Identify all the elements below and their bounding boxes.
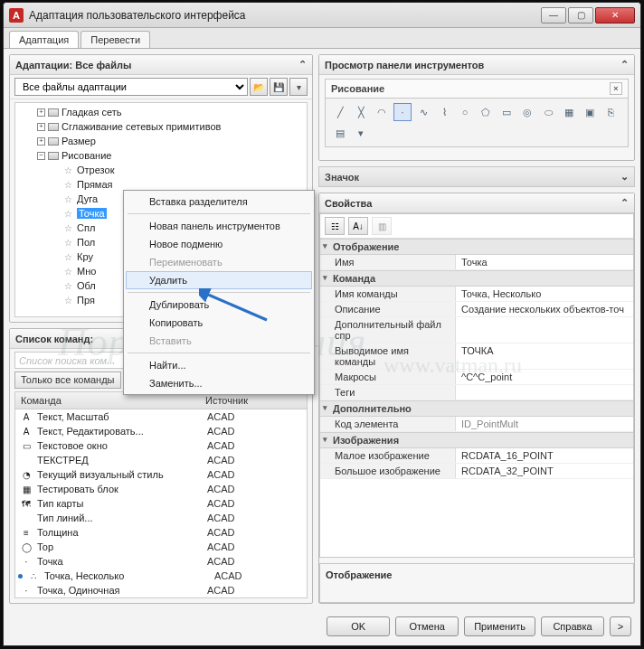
tool-rect-icon[interactable]: ▭ [497,103,516,121]
cmd-name[interactable]: Точка [37,556,204,567]
collapse-icon[interactable]: ⌃ [298,59,307,71]
ctx-new-toolbar[interactable]: Новая панель инструментов [126,217,312,235]
ctx-copy[interactable]: Копировать [126,314,312,332]
cmd-name[interactable]: ТЕКСТРЕД [37,455,204,466]
cancel-button[interactable]: Отмена [395,616,459,636]
tree-leaf[interactable]: Спл [77,222,95,233]
tool-circle-icon[interactable]: ○ [456,103,474,121]
tree-leaf[interactable]: Пол [77,237,95,248]
prop-val[interactable]: ^C^C_point [456,370,633,384]
cmd-name[interactable]: Тип карты [37,498,204,509]
cmd-name[interactable]: Точка, Одиночная [37,585,204,596]
toolbar-icon [48,137,59,146]
ctx-duplicate[interactable]: Дублировать [126,296,312,314]
prop-key: Код элемента [320,417,456,431]
tree-leaf[interactable]: Дуга [77,193,98,204]
tool-insert-icon[interactable]: ⎘ [601,103,620,121]
prop-val[interactable]: RCDATA_16_POINT [456,448,633,463]
help-button[interactable]: Справка [541,616,604,636]
prop-val[interactable] [456,317,633,343]
tool-pline-icon[interactable]: ⌇ [435,103,453,121]
cmd-src: ACAD [204,455,307,466]
tool-arc-icon[interactable]: ◠ [373,103,391,121]
tool-spline-icon[interactable]: ∿ [414,103,432,121]
cmd-name[interactable]: Тип линий... [37,513,204,523]
star-icon [62,237,74,249]
preview-close-icon[interactable]: × [610,82,622,95]
tree-leaf[interactable]: Кру [77,251,93,262]
tool-ellipse-icon[interactable]: ◎ [518,103,536,121]
cmd-name[interactable]: Текстовое окно [37,440,204,451]
tree-node[interactable]: Сглаживание сетевых примитивов [62,121,221,132]
tab-adapt[interactable]: Адаптация [9,31,79,48]
tool-region-icon[interactable]: ⬭ [539,103,557,121]
tool-more-icon[interactable]: ▾ [352,124,370,142]
maximize-button[interactable]: ▢ [568,7,593,24]
save-button[interactable]: 💾 [270,78,288,96]
collapse-icon[interactable]: ⌃ [620,197,629,209]
collapse-icon[interactable]: ⌃ [620,59,629,71]
prop-key: Малое изображение [320,448,456,463]
cmd-name[interactable]: Текст, Масштаб [37,411,204,422]
tree-node[interactable]: Размер [62,136,96,146]
expand-icon[interactable]: + [37,123,45,131]
prop-val[interactable]: Создание нескольких объектов-точ [456,302,633,316]
tab-translate[interactable]: Перевести [80,31,150,48]
cmd-name[interactable]: Толщина [37,527,204,538]
help-expand-button[interactable]: > [610,616,631,636]
cmd-list[interactable]: AТекст, МасштабACAD AТекст, Редактироват… [14,409,308,598]
ctx-insert-separator[interactable]: Вставка разделителя [126,193,312,211]
prop-pages-button[interactable]: ▥ [372,217,392,235]
tree-leaf[interactable]: Пря [77,295,95,306]
prop-group-display[interactable]: Отображение [320,239,633,255]
tree-leaf[interactable]: Обл [77,280,96,291]
expand-icon[interactable]: + [37,108,45,117]
ok-button[interactable]: OK [327,616,390,636]
tool-block-icon[interactable]: ▣ [581,103,599,121]
cmd-name[interactable]: Тор [37,541,204,552]
tool-point-icon[interactable]: · [393,103,412,121]
ctx-find[interactable]: Найти... [126,356,312,374]
open-file-button[interactable]: 📂 [250,78,268,96]
prop-group-command[interactable]: Команда [320,270,633,287]
tree-leaf[interactable]: Прямая [77,179,113,190]
expand-icon[interactable]: + [37,137,45,146]
prop-val[interactable]: ТОЧКА [456,343,633,369]
tool-hatch-icon[interactable]: ▦ [560,103,578,121]
apply-button[interactable]: Применить [464,616,535,636]
tree-leaf-selected[interactable]: Точка [77,208,107,219]
minimize-button[interactable]: — [541,7,566,24]
tool-polygon-icon[interactable]: ⬠ [477,103,495,121]
cmd-name-selected[interactable]: Точка, Несколько [44,570,211,581]
cmd-name[interactable]: Текст, Редактировать... [37,426,204,437]
tree-node[interactable]: Гладкая сеть [62,107,122,118]
save-arrow-button[interactable]: ▾ [289,78,308,96]
prop-group-extra[interactable]: Дополнительно [320,400,633,417]
close-button[interactable]: ✕ [595,7,635,24]
tree-node[interactable]: Рисование [62,150,111,161]
prop-val[interactable] [456,385,633,400]
prop-val[interactable]: Точка [456,255,633,269]
file-combo[interactable]: Все файлы адаптации [14,78,248,96]
tool-line-icon[interactable]: ╱ [331,103,349,121]
prop-alpha-button[interactable]: A↓ [348,217,368,235]
prop-group-images[interactable]: Изображения [320,432,633,448]
prop-val[interactable]: Точка, Несколько [456,287,633,301]
ctx-replace[interactable]: Заменить... [126,374,312,392]
property-grid[interactable]: ☷ A↓ ▥ Отображение ИмяТочка Команда Имя … [319,213,634,558]
expand-icon[interactable]: ⌄ [620,171,629,183]
icon-section[interactable]: Значок ⌄ [318,166,635,187]
cmd-src: ACAD [204,469,307,480]
cmd-filter-button[interactable]: Только все команды [14,372,121,389]
ctx-delete[interactable]: Удалить [126,271,312,289]
ctx-new-submenu[interactable]: Новое подменю [126,235,312,253]
cmd-name[interactable]: Тестировать блок [37,484,204,494]
prop-categorized-button[interactable]: ☷ [325,217,345,235]
prop-val[interactable]: RCDATA_32_POINT [456,464,633,478]
tool-table-icon[interactable]: ▤ [331,124,349,142]
collapse-icon[interactable]: − [37,152,45,160]
tree-leaf[interactable]: Мно [77,266,96,277]
cmd-name[interactable]: Текущий визуальный стиль [37,469,204,480]
tree-leaf[interactable]: Отрезок [77,165,114,175]
tool-xline-icon[interactable]: ╳ [352,103,370,121]
